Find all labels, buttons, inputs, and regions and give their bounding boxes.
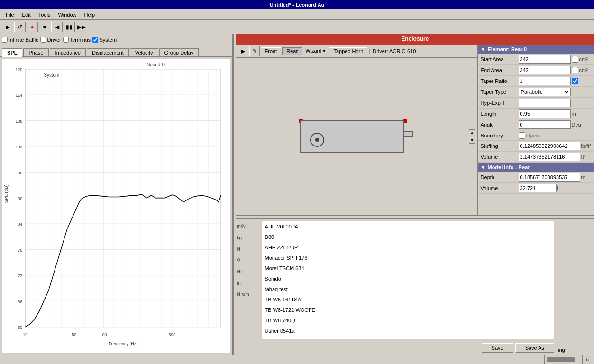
hyp-exp-input[interactable] bbox=[519, 99, 571, 107]
end-area-input[interactable] bbox=[519, 66, 571, 74]
play-enc-button[interactable]: ▶ bbox=[238, 46, 248, 56]
driver-checkbox[interactable] bbox=[40, 37, 46, 43]
driver-label: Driver: ACR C-610 bbox=[373, 48, 416, 54]
menu-edit[interactable]: Edit bbox=[18, 11, 35, 18]
stuffing-input[interactable] bbox=[519, 142, 580, 150]
save-button[interactable]: Save bbox=[482, 343, 513, 353]
driver-item-morel[interactable]: Morel TSCM 634 bbox=[262, 263, 554, 273]
front-button[interactable]: Front bbox=[261, 47, 282, 55]
tab-group-delay[interactable]: Group Delay bbox=[159, 48, 199, 56]
scroll-down-btn[interactable]: ▼ bbox=[469, 137, 475, 144]
depth-input[interactable] bbox=[519, 173, 580, 182]
driver-item-sonido[interactable]: Sonido bbox=[262, 273, 554, 284]
hyp-exp-row: Hyp-Exp T bbox=[478, 98, 594, 109]
boundary-checkbox[interactable] bbox=[519, 132, 525, 139]
scroll-up-btn[interactable]: ▲ bbox=[469, 129, 475, 136]
boundary-label: Boundary bbox=[481, 133, 519, 138]
driver-item-tabaq[interactable]: tabaq test bbox=[262, 284, 554, 294]
taper-type-select[interactable]: Parabolic Linear Exponential bbox=[519, 88, 571, 96]
menu-window[interactable]: Window bbox=[54, 11, 80, 18]
angle-value: Deg bbox=[519, 120, 591, 129]
record-button[interactable]: ● bbox=[27, 22, 38, 32]
tab-spl[interactable]: SPL bbox=[2, 48, 22, 57]
play-button[interactable]: ▶ bbox=[2, 22, 13, 32]
menu-help[interactable]: Help bbox=[81, 11, 99, 18]
driver-item-monacor[interactable]: Monacor SPH 176 bbox=[262, 253, 554, 263]
driver-item-tbw8-1722[interactable]: TB W8-1722 WOOFE bbox=[262, 305, 554, 315]
driver-item-usher8935a1[interactable]: Usher 8935a1 bbox=[262, 336, 554, 339]
menu-file[interactable]: File bbox=[2, 11, 18, 18]
refresh-button[interactable]: ↺ bbox=[14, 22, 26, 32]
system-checkbox[interactable] bbox=[92, 37, 98, 43]
length-value: m bbox=[519, 109, 591, 118]
model-info-section-header: ▼ Model Info - Rear bbox=[478, 163, 594, 172]
model-volume-label: Volume bbox=[481, 185, 519, 191]
driver-center bbox=[315, 138, 319, 142]
tab-displacement[interactable]: Displacement bbox=[87, 48, 129, 56]
driver-list[interactable]: AHE 20L00PA B80 AHE 22L170P Monacor SPH … bbox=[262, 221, 554, 339]
infinite-baffle-checkbox[interactable] bbox=[2, 37, 8, 43]
top-section: ▶ ✎ Front Rear Wizard ▾ Tapped Horn | Dr… bbox=[236, 45, 594, 215]
driver-item-tbw8-740q[interactable]: TB W8-740Q bbox=[262, 315, 554, 326]
title-text: Untitled* - Leonard Au bbox=[270, 2, 325, 8]
pause-button[interactable]: ▮▮ bbox=[64, 22, 75, 32]
svg-text:90: 90 bbox=[18, 196, 22, 201]
start-area-checkbox[interactable] bbox=[572, 56, 578, 63]
rear-button[interactable]: Rear bbox=[282, 47, 302, 55]
driver-item-usher0541a[interactable]: Usher 0541a bbox=[262, 326, 554, 336]
driver-item-ahe22[interactable]: AHE 22L170P bbox=[262, 242, 554, 253]
menu-tools[interactable]: Tools bbox=[35, 11, 55, 18]
taper-ratio-value bbox=[519, 77, 591, 85]
back-button[interactable]: ◀ bbox=[51, 22, 63, 32]
taper-ratio-checkbox[interactable] bbox=[572, 78, 578, 84]
boundary-text: Open bbox=[526, 133, 539, 138]
start-area-input[interactable] bbox=[519, 55, 571, 64]
edit-enc-button[interactable]: ✎ bbox=[249, 46, 260, 56]
svg-text:120: 120 bbox=[15, 67, 22, 72]
enclosure-view: ▶ ✎ Front Rear Wizard ▾ Tapped Horn | Dr… bbox=[236, 45, 478, 215]
driver-option[interactable]: Driver bbox=[40, 37, 61, 43]
taper-ratio-input[interactable] bbox=[519, 77, 571, 85]
svg-text:96: 96 bbox=[18, 170, 22, 175]
volume-input[interactable] bbox=[519, 153, 580, 161]
driver-item-tbw5[interactable]: TB W5-1611SAF bbox=[262, 294, 554, 305]
stuffing-label: Stuffing bbox=[481, 143, 519, 149]
collapse-icon-2[interactable]: ▼ bbox=[481, 164, 486, 170]
boundary-value: Open bbox=[519, 132, 591, 139]
angle-input[interactable] bbox=[519, 120, 571, 129]
volume-value: ft³ bbox=[519, 153, 591, 161]
terminus-option[interactable]: Terminus bbox=[63, 37, 91, 43]
tapped-horn-button[interactable]: Tapped Horn bbox=[329, 47, 367, 55]
stuffing-value: lb/ft³ bbox=[519, 142, 591, 150]
terminus-label: Terminus bbox=[70, 37, 91, 43]
system-option[interactable]: System bbox=[92, 37, 117, 43]
svg-text:50: 50 bbox=[72, 332, 76, 337]
tab-velocity[interactable]: Velocity bbox=[130, 48, 158, 56]
terminus-checkbox[interactable] bbox=[63, 37, 69, 43]
driver-item-ahe20[interactable]: AHE 20L00PA bbox=[262, 221, 554, 232]
resize-grip[interactable]: ⠿ bbox=[583, 355, 592, 364]
stop-button[interactable]: ■ bbox=[39, 22, 50, 32]
save-as-button[interactable]: Save As bbox=[515, 343, 554, 353]
forward-button[interactable]: ▶▶ bbox=[76, 22, 87, 32]
svg-text:102: 102 bbox=[15, 145, 22, 149]
taper-type-row: Taper Type Parabolic Linear Exponential bbox=[478, 87, 594, 98]
wizard-button[interactable]: Wizard ▾ bbox=[303, 47, 328, 55]
tab-phase[interactable]: Phase bbox=[23, 48, 48, 56]
driver-item-b80[interactable]: B80 bbox=[262, 232, 554, 242]
length-input[interactable] bbox=[519, 109, 571, 118]
collapse-icon[interactable]: ▼ bbox=[481, 46, 486, 52]
status-scrollbar[interactable] bbox=[547, 357, 575, 362]
unit-ohm: Ω bbox=[237, 255, 259, 265]
end-area-checkbox[interactable] bbox=[572, 67, 578, 73]
end-area-label: End Area bbox=[481, 67, 519, 73]
model-volume-input[interactable] bbox=[519, 184, 557, 192]
tab-impedance[interactable]: Impedance bbox=[50, 48, 86, 56]
driver-info: | bbox=[368, 48, 370, 54]
infinite-baffle-option[interactable]: Infinite Baffle bbox=[2, 37, 38, 43]
status-scroll bbox=[545, 355, 583, 364]
svg-text:108: 108 bbox=[15, 118, 22, 123]
enclosure-shape bbox=[300, 118, 413, 155]
graph-area: Sound D System 120 114 108 102 96 9 bbox=[2, 59, 230, 353]
volume-unit: ft³ bbox=[581, 154, 586, 160]
